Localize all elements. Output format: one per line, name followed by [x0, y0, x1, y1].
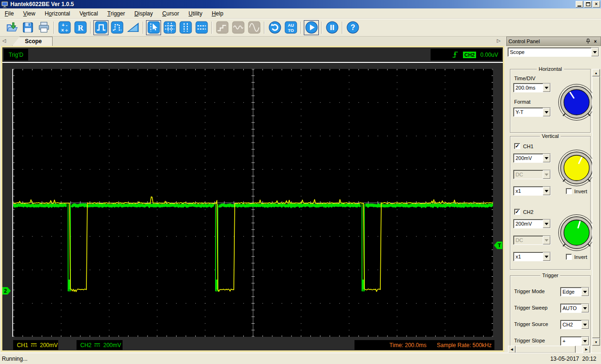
cursor-icon — [147, 21, 160, 34]
open-button[interactable] — [4, 20, 19, 35]
ch1-probe-select[interactable]: x1 — [513, 186, 551, 196]
pulse-alt-button[interactable] — [109, 20, 124, 35]
save-icon — [22, 21, 34, 34]
control-panel-title: Control Panel — [509, 38, 584, 44]
rising-edge-icon — [452, 51, 459, 59]
close-button[interactable]: × — [593, 1, 600, 8]
ch1-readout: CH1 200mV — [13, 340, 58, 350]
trigger-slope-label: Trigger Slope — [514, 338, 545, 343]
minimize-button[interactable] — [576, 1, 583, 8]
sine-button — [231, 20, 246, 35]
waveform-graticule — [13, 69, 493, 337]
horizontal-group: Horizontal Time/DIV 200.0ms Format Y-T — [510, 69, 591, 133]
horizontal-scroll-thumb[interactable] — [516, 346, 576, 353]
ch2-dc-coupling-icon — [94, 343, 100, 347]
ch2-position-knob[interactable] — [557, 213, 592, 252]
trigger-readout: CH2 0.00uV — [431, 49, 502, 61]
chevron-down-icon — [543, 236, 550, 244]
format-select[interactable]: Y-T — [513, 107, 551, 117]
scope-display — [12, 69, 493, 337]
menu-display[interactable]: Display — [130, 9, 157, 18]
play-button[interactable] — [304, 20, 319, 35]
help-button[interactable]: ? — [345, 20, 360, 35]
scroll-right-icon[interactable]: ▶ — [583, 346, 590, 353]
auto-button[interactable]: AUTO — [283, 20, 298, 35]
cursor-button[interactable] — [146, 20, 161, 35]
time-div-select[interactable]: 200.0ms — [513, 83, 551, 92]
menu-trigger[interactable]: Trigger — [103, 9, 130, 18]
ch2-invert-checkbox[interactable] — [566, 254, 572, 260]
ch1-checkbox[interactable] — [514, 143, 520, 149]
trigger-mode-select[interactable]: Edge — [560, 287, 589, 296]
tab-scroll-left-icon[interactable]: ◁ — [2, 38, 6, 43]
pulse-button[interactable] — [93, 20, 108, 35]
menu-view[interactable]: View — [18, 9, 40, 18]
tab-scope[interactable]: Scope — [12, 37, 53, 46]
menu-horizontal[interactable]: Horizontal — [40, 9, 75, 18]
refresh-icon — [269, 21, 281, 34]
print-icon — [38, 21, 50, 34]
scroll-up-icon[interactable]: ▲ — [592, 69, 600, 76]
toolbar-separator — [300, 22, 301, 34]
trigger-sweep-label: Trigger Sweep — [514, 305, 547, 311]
scroll-left-icon[interactable]: ◀ — [508, 346, 516, 353]
trigger-level-value: 0.00uV — [480, 52, 498, 58]
pin-icon[interactable] — [585, 38, 591, 45]
horizontal-position-knob[interactable] — [557, 83, 592, 122]
print-button[interactable] — [36, 20, 51, 35]
chevron-down-icon[interactable] — [543, 83, 550, 92]
toolbar-separator — [90, 22, 91, 34]
trigger-slope-select[interactable]: + — [560, 336, 589, 346]
trigger-sweep-select[interactable]: AUTO — [560, 303, 589, 313]
save-button[interactable] — [20, 20, 35, 35]
trigger-source-select[interactable]: CH2 — [560, 320, 589, 329]
scroll-down-icon[interactable]: ▼ — [592, 338, 600, 346]
tab-scroll-right-icon[interactable]: ▷ — [497, 38, 501, 43]
math-button[interactable]: + -× ÷ — [57, 20, 72, 35]
menu-cursor[interactable]: Cursor — [158, 9, 184, 18]
vertical-scroll-thumb[interactable] — [592, 76, 600, 338]
chevron-down-icon[interactable] — [581, 304, 589, 312]
chevron-down-icon[interactable] — [581, 337, 589, 345]
control-panel-body: Horizontal Time/DIV 200.0ms Format Y-T V… — [507, 57, 592, 346]
ch2-readout: CH2 200mV — [77, 340, 123, 350]
reference-icon: R — [74, 21, 87, 34]
tab-row: ◁ Scope ▷ — [0, 37, 505, 46]
chevron-down-icon[interactable] — [581, 288, 589, 296]
reference-button[interactable]: R — [73, 20, 88, 35]
channel2-position-marker[interactable]: 2 — [2, 287, 11, 295]
ramp-button[interactable] — [125, 20, 140, 35]
svg-text:× ÷: × ÷ — [61, 28, 68, 33]
scope-panel: Trig'D CH2 0.00uV 2 T CH1 200mV CH2 200m… — [1, 46, 504, 352]
time-value: Time: 200.0ms — [389, 342, 426, 349]
chevron-down-icon[interactable] — [581, 320, 589, 329]
ch2-checkbox[interactable] — [514, 209, 520, 215]
chevron-down-icon[interactable] — [543, 252, 550, 261]
chevron-down-icon[interactable] — [543, 154, 550, 162]
h-cursors-button[interactable] — [194, 20, 209, 35]
ch2-probe-select[interactable]: x1 — [513, 252, 551, 261]
maximize-button[interactable] — [584, 1, 592, 8]
v-cursors-button[interactable] — [178, 20, 193, 35]
menu-vertical[interactable]: Vertical — [75, 9, 102, 18]
trigger-status-badge: Trig'D — [4, 49, 28, 61]
chevron-down-icon[interactable] — [543, 187, 550, 195]
grid-button[interactable] — [162, 20, 177, 35]
menu-help[interactable]: Help — [207, 9, 228, 18]
menu-file[interactable]: File — [0, 9, 18, 18]
ch1-invert-checkbox[interactable] — [566, 188, 572, 194]
ch1-volts-div-select[interactable]: 200mV — [513, 153, 551, 163]
trigger-level-marker[interactable]: T — [494, 242, 502, 249]
ch1-position-knob[interactable] — [557, 148, 592, 188]
chevron-down-icon[interactable] — [543, 108, 550, 116]
scope-separator — [2, 62, 503, 63]
refresh-button[interactable] — [267, 20, 282, 35]
chevron-down-icon[interactable] — [591, 48, 599, 56]
svg-text:R: R — [77, 23, 84, 32]
panel-close-icon[interactable]: × — [592, 38, 599, 45]
ch2-volts-div-select[interactable]: 200mV — [513, 219, 551, 228]
chevron-down-icon[interactable] — [543, 220, 550, 228]
panel-mode-select[interactable]: Scope — [508, 47, 599, 57]
menu-utility[interactable]: Utility — [184, 9, 207, 18]
pause-button[interactable] — [324, 20, 339, 35]
